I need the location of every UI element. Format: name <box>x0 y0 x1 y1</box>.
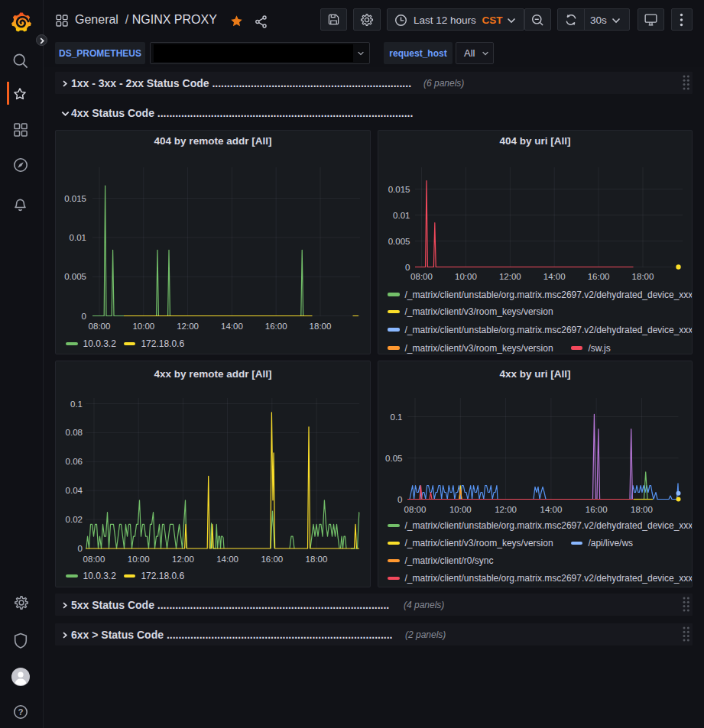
svg-text:0: 0 <box>78 544 83 553</box>
svg-text:0.1: 0.1 <box>391 413 403 422</box>
svg-text:10:00: 10:00 <box>449 505 472 514</box>
svg-text:0.04: 0.04 <box>66 486 83 495</box>
svg-text:10:00: 10:00 <box>455 272 477 281</box>
svg-text:0.02: 0.02 <box>66 515 83 524</box>
svg-text:0: 0 <box>405 263 410 272</box>
svg-text:0.005: 0.005 <box>64 272 86 281</box>
svg-text:08:00: 08:00 <box>404 505 427 514</box>
svg-text:?: ? <box>18 707 23 717</box>
svg-text:0: 0 <box>82 312 86 321</box>
svg-text:0.08: 0.08 <box>66 428 83 437</box>
svg-text:10:00: 10:00 <box>128 555 150 564</box>
svg-text:0.01: 0.01 <box>393 211 410 220</box>
svg-text:16:00: 16:00 <box>265 322 287 331</box>
svg-text:12:00: 12:00 <box>177 322 199 331</box>
svg-text:08:00: 08:00 <box>89 322 111 331</box>
svg-text:14:00: 14:00 <box>216 555 238 564</box>
svg-text:0.05: 0.05 <box>385 454 402 463</box>
svg-text:12:00: 12:00 <box>499 272 521 281</box>
svg-text:14:00: 14:00 <box>221 322 243 331</box>
svg-text:16:00: 16:00 <box>586 505 608 514</box>
svg-text:0: 0 <box>397 495 402 504</box>
svg-text:12:00: 12:00 <box>495 505 517 514</box>
svg-text:16:00: 16:00 <box>261 555 283 564</box>
svg-text:16:00: 16:00 <box>588 272 610 281</box>
svg-text:14:00: 14:00 <box>540 505 563 514</box>
svg-text:0.01: 0.01 <box>70 233 86 242</box>
svg-text:18:00: 18:00 <box>306 555 328 564</box>
svg-text:0.015: 0.015 <box>388 185 410 194</box>
svg-text:18:00: 18:00 <box>632 272 654 281</box>
svg-text:10:00: 10:00 <box>132 322 154 331</box>
svg-text:18:00: 18:00 <box>631 505 653 514</box>
svg-text:08:00: 08:00 <box>410 272 433 281</box>
svg-text:12:00: 12:00 <box>172 555 194 564</box>
svg-text:08:00: 08:00 <box>83 555 105 564</box>
svg-text:0.015: 0.015 <box>64 194 86 203</box>
svg-text:18:00: 18:00 <box>310 322 332 331</box>
svg-text:0.1: 0.1 <box>70 400 83 409</box>
svg-text:0.06: 0.06 <box>66 457 83 466</box>
svg-text:14:00: 14:00 <box>543 272 566 281</box>
svg-text:0.005: 0.005 <box>388 237 410 246</box>
